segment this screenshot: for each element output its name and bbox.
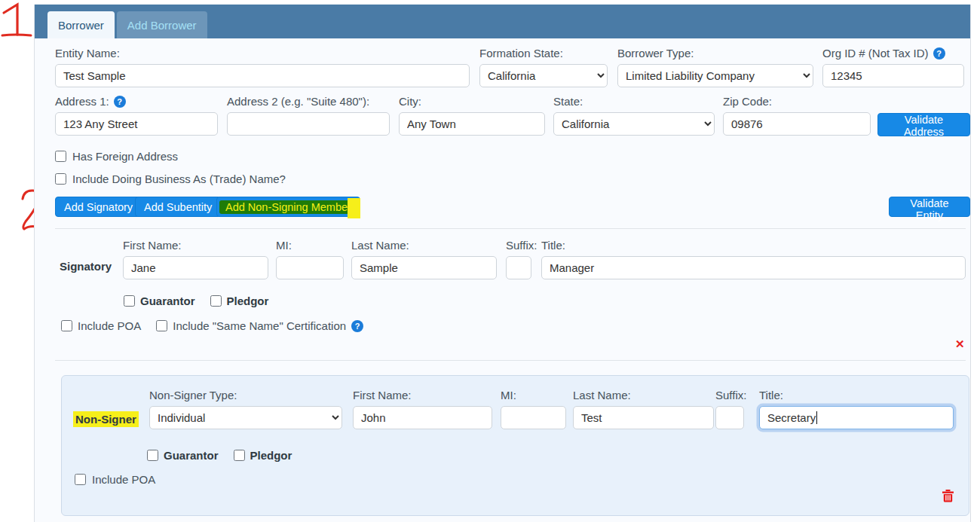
signatory-suffix-input[interactable] xyxy=(506,256,531,279)
section-divider xyxy=(55,228,966,229)
has-foreign-address-label: Has Foreign Address xyxy=(72,150,178,163)
tab-add-borrower[interactable]: Add Borrower xyxy=(117,11,207,38)
entity-name-label: Entity Name: xyxy=(55,47,470,60)
non-signer-guarantor-checkbox[interactable] xyxy=(147,450,158,461)
non-signer-label-highlight: Non-Signer xyxy=(73,411,139,427)
non-signer-last-name-label: Last Name: xyxy=(573,389,714,401)
delete-non-signer-trash-icon[interactable] xyxy=(942,489,954,502)
section-divider-2 xyxy=(55,360,966,361)
non-signer-first-name-input[interactable] xyxy=(353,406,492,429)
city-label: City: xyxy=(399,95,545,108)
borrower-form-window: Borrower Add Borrower Entity Name: Forma… xyxy=(34,5,971,522)
include-dba-checkbox[interactable] xyxy=(55,173,66,185)
non-signer-pledgor-label: Pledgor xyxy=(250,449,292,462)
city-input[interactable] xyxy=(399,112,545,136)
non-signer-type-select[interactable]: Individual xyxy=(149,406,342,429)
tab-bar: Borrower Add Borrower xyxy=(35,5,970,38)
non-signer-section-label: Non-Signer xyxy=(73,413,139,426)
signatory-include-poa-label: Include POA xyxy=(78,319,141,332)
add-non-signing-member-highlight: Add Non-Signing Member xyxy=(219,200,357,214)
non-signer-panel: Non-Signer Non-Signer Type: Individual F… xyxy=(61,375,969,516)
non-signer-suffix-input[interactable] xyxy=(715,406,744,429)
address1-label: Address 1: xyxy=(55,95,109,108)
signatory-section-label: Signatory xyxy=(60,260,112,273)
non-signer-type-label: Non-Signer Type: xyxy=(149,389,342,401)
signatory-first-name-label: First Name: xyxy=(123,239,268,252)
zip-code-input[interactable] xyxy=(723,112,871,136)
state-label: State: xyxy=(553,95,715,108)
text-cursor xyxy=(816,411,817,424)
include-dba-label: Include Doing Business As (Trade) Name? xyxy=(72,172,286,185)
signatory-guarantor-label: Guarantor xyxy=(140,295,195,307)
non-signer-include-poa-label: Include POA xyxy=(92,473,155,486)
org-id-help-icon[interactable]: ? xyxy=(933,47,945,60)
formation-state-label: Formation State: xyxy=(479,47,608,60)
non-signer-pledgor-checkbox[interactable] xyxy=(234,450,245,461)
zip-code-label: Zip Code: xyxy=(723,95,871,108)
signatory-suffix-label: Suffix: xyxy=(506,239,531,252)
non-signer-mi-label: MI: xyxy=(501,389,566,401)
org-id-input[interactable] xyxy=(822,64,964,87)
address2-input[interactable] xyxy=(227,112,390,136)
signatory-mi-label: MI: xyxy=(276,239,344,252)
add-subentity-button[interactable]: Add Subentity xyxy=(135,197,221,217)
entity-name-input[interactable] xyxy=(55,64,470,87)
include-same-name-cert-label: Include "Same Name" Certification xyxy=(173,319,346,332)
signatory-title-label: Title: xyxy=(541,239,966,252)
non-signer-title-label: Title: xyxy=(759,389,954,401)
tab-borrower[interactable]: Borrower xyxy=(47,11,115,38)
add-signatory-button[interactable]: Add Signatory xyxy=(55,197,142,217)
non-signer-title-input[interactable] xyxy=(759,406,954,429)
signatory-mi-input[interactable] xyxy=(276,256,344,279)
signatory-first-name-input[interactable] xyxy=(123,256,268,279)
handwritten-step-1-annotation xyxy=(0,2,35,39)
non-signer-guarantor-label: Guarantor xyxy=(164,449,219,462)
same-name-cert-help-icon[interactable]: ? xyxy=(351,320,363,332)
non-signer-suffix-label: Suffix: xyxy=(715,389,744,401)
non-signer-include-poa-checkbox[interactable] xyxy=(75,474,86,485)
non-signer-mi-input[interactable] xyxy=(501,406,566,429)
validate-entity-button[interactable]: Validate Entity xyxy=(889,197,970,217)
address2-label: Address 2 (e.g. "Suite 480"): xyxy=(227,95,390,108)
address1-input[interactable] xyxy=(55,112,218,136)
signatory-last-name-input[interactable] xyxy=(351,256,497,279)
yellow-highlight-tail xyxy=(348,198,360,218)
signatory-last-name-label: Last Name: xyxy=(351,239,497,252)
signatory-pledgor-label: Pledgor xyxy=(227,295,269,307)
non-signer-first-name-label: First Name: xyxy=(353,389,492,401)
signatory-pledgor-checkbox[interactable] xyxy=(210,295,222,307)
validate-address-button[interactable]: Validate Address xyxy=(877,113,970,136)
signatory-title-input[interactable] xyxy=(541,256,966,279)
signatory-guarantor-checkbox[interactable] xyxy=(124,295,135,307)
remove-signatory-icon[interactable]: ✕ xyxy=(955,337,965,351)
formation-state-select[interactable]: California xyxy=(479,64,608,87)
address1-help-icon[interactable]: ? xyxy=(114,96,126,108)
borrower-type-label: Borrower Type: xyxy=(617,47,813,60)
non-signer-last-name-input[interactable] xyxy=(573,406,714,429)
org-id-label: Org ID # (Not Tax ID) xyxy=(822,47,929,60)
borrower-type-select[interactable]: Limited Liability Company xyxy=(617,64,813,87)
include-same-name-cert-checkbox[interactable] xyxy=(156,320,167,331)
has-foreign-address-checkbox[interactable] xyxy=(55,151,66,162)
state-select[interactable]: California xyxy=(553,112,715,136)
signatory-include-poa-checkbox[interactable] xyxy=(61,320,72,331)
add-non-signing-member-button[interactable]: Add Non-Signing Member xyxy=(216,197,360,217)
